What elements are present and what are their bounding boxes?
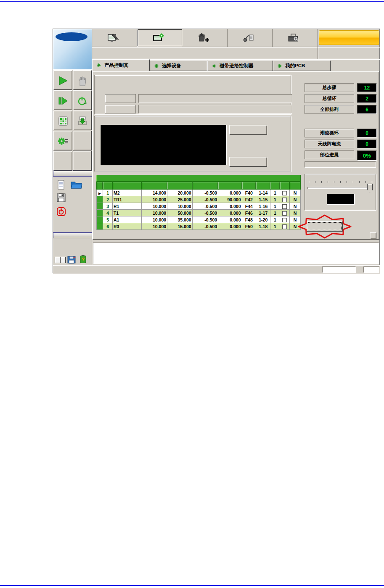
row-selector-cell[interactable] — [97, 223, 103, 230]
tab[interactable]: 磁带进给控制器 — [207, 61, 273, 71]
cell-x: 14.000 — [141, 190, 167, 196]
help-button[interactable] — [370, 232, 376, 239]
header-z — [192, 182, 218, 190]
counter-led-value: 0 — [357, 140, 377, 148]
table-row[interactable]: 4 T1 10.000 50.000 -0.500 0.000 F46 1-17… — [97, 210, 301, 216]
program-title — [92, 47, 318, 59]
cell-nz: 1-18 — [256, 223, 270, 230]
speed-group — [305, 174, 376, 210]
cell-ar: 1 — [270, 203, 280, 210]
idle-status-button[interactable] — [319, 30, 379, 45]
sk-checkbox[interactable] — [282, 224, 287, 229]
row-selector-cell[interactable]: ▶ — [97, 190, 103, 196]
table-row[interactable]: 2 TR1 10.000 25.000 -0.500 90.000 F42 1-… — [97, 196, 301, 203]
cell-reference: R3 — [112, 223, 141, 230]
counter-row: 全部排列 6 — [305, 105, 377, 114]
cell-fid: N — [290, 223, 301, 230]
disk-tool-icon[interactable] — [67, 256, 76, 264]
battery-help-icon[interactable]: ? — [79, 254, 87, 264]
header-fd — [242, 182, 256, 190]
character-tool-icon[interactable] — [55, 257, 66, 264]
reset-button[interactable] — [229, 125, 267, 135]
toolbar-system-setup-button[interactable] — [273, 29, 318, 47]
sk-checkbox[interactable] — [282, 198, 287, 202]
cell-nz: 1-17 — [256, 210, 270, 216]
tab-bullet-icon — [212, 64, 216, 68]
tab[interactable]: 产品控制其 — [92, 59, 150, 71]
tab[interactable]: 选择设备 — [150, 61, 207, 71]
tab[interactable]: 我的PCB — [273, 61, 331, 71]
toolbar-pcb-edit-button[interactable] — [92, 29, 137, 47]
open-folder-icon[interactable] — [71, 180, 82, 190]
toolbar-diagnosis-button[interactable] — [228, 29, 273, 47]
cell-reference: T1 — [112, 210, 141, 216]
fkey-f8-production-data-button[interactable] — [53, 131, 72, 150]
fkey-f6-tf-count-button[interactable] — [53, 111, 72, 130]
cell-hd: 1 — [103, 190, 113, 196]
production-icon — [153, 33, 164, 43]
header-hd — [103, 182, 113, 190]
cell-reference: R1 — [112, 203, 141, 210]
cell-sk — [280, 216, 290, 223]
sk-checkbox[interactable] — [282, 211, 287, 216]
row-selector-cell[interactable] — [97, 216, 103, 223]
fkey-f10-button — [53, 151, 72, 171]
fkey-f4-continue-button[interactable] — [53, 90, 72, 110]
cell-ar: 1 — [270, 223, 280, 230]
cell-hd: 6 — [103, 223, 113, 230]
cell-ar: 1 — [270, 196, 280, 203]
status-bar — [53, 265, 380, 274]
pcb-stop-button[interactable] — [229, 157, 267, 167]
sk-checkbox[interactable] — [282, 191, 287, 195]
header-x — [141, 182, 167, 190]
customer-label — [105, 94, 136, 103]
tools-section-header[interactable] — [53, 232, 92, 238]
board-name-value-field[interactable] — [138, 105, 292, 113]
speed-slider-track[interactable] — [307, 187, 373, 189]
counter-row: 潮流循环 0 — [305, 129, 377, 137]
finish-icon — [77, 96, 87, 106]
new-document-icon[interactable] — [57, 180, 65, 190]
fkey-f2-start-button[interactable] — [53, 70, 72, 90]
cell-fid: N — [290, 216, 301, 223]
cell-nz: 1-14 — [256, 190, 270, 196]
cell-ar: 1 — [270, 210, 280, 216]
row-selector-cell[interactable] — [97, 203, 103, 210]
production-count-display — [101, 125, 227, 165]
table-row[interactable]: 3 R1 10.000 10.000 -0.500 0.000 F44 1-16… — [97, 203, 301, 210]
cell-r: 0.000 — [218, 223, 242, 230]
sk-checkbox[interactable] — [282, 218, 287, 222]
row-selector-cell[interactable] — [97, 196, 103, 203]
table-row[interactable]: ▶ 1 M2 14.000 20.000 -0.500 0.000 F40 1-… — [97, 190, 301, 196]
cell-ar: 1 — [270, 216, 280, 223]
header-ar — [270, 182, 280, 190]
table-row[interactable]: 5 A1 10.000 35.000 -0.500 0.000 F48 1-20… — [97, 216, 301, 223]
production-group — [94, 116, 291, 171]
customer-value-field[interactable] — [138, 94, 292, 103]
fkey-f11-button — [73, 151, 92, 171]
cell-fd: F44 — [242, 203, 256, 210]
simple-toggle-button[interactable] — [307, 221, 343, 232]
shutdown-power-icon[interactable] — [57, 207, 66, 216]
sk-checkbox[interactable] — [282, 204, 287, 209]
toolbar-usage-button[interactable] — [183, 29, 228, 47]
fkey-f7-pcb-download-button[interactable] — [73, 111, 92, 130]
cell-sk — [280, 203, 290, 210]
cell-nz: 1-16 — [256, 203, 270, 210]
cell-ar: 1 — [270, 190, 280, 196]
save-icon[interactable] — [57, 193, 66, 202]
cell-z: -0.500 — [192, 196, 218, 203]
counter-led-value: 0 — [357, 129, 377, 137]
fkey-f5-finish-button[interactable] — [73, 90, 92, 110]
table-row[interactable]: 6 R3 10.000 15.000 -0.500 0.000 F50 1-18… — [97, 223, 301, 230]
cell-fid: N — [290, 203, 301, 210]
cell-hd: 2 — [103, 196, 113, 203]
toolbar-production-button[interactable] — [138, 29, 182, 46]
pcb-edit-icon — [107, 33, 119, 43]
speed-slider-thumb[interactable] — [367, 184, 373, 193]
row-selector-cell[interactable] — [97, 210, 103, 216]
counter-label: 总循环 — [305, 94, 354, 103]
cell-nz: 1-15 — [256, 196, 270, 203]
progress-bar — [305, 161, 376, 168]
file-section-header[interactable] — [53, 171, 92, 177]
